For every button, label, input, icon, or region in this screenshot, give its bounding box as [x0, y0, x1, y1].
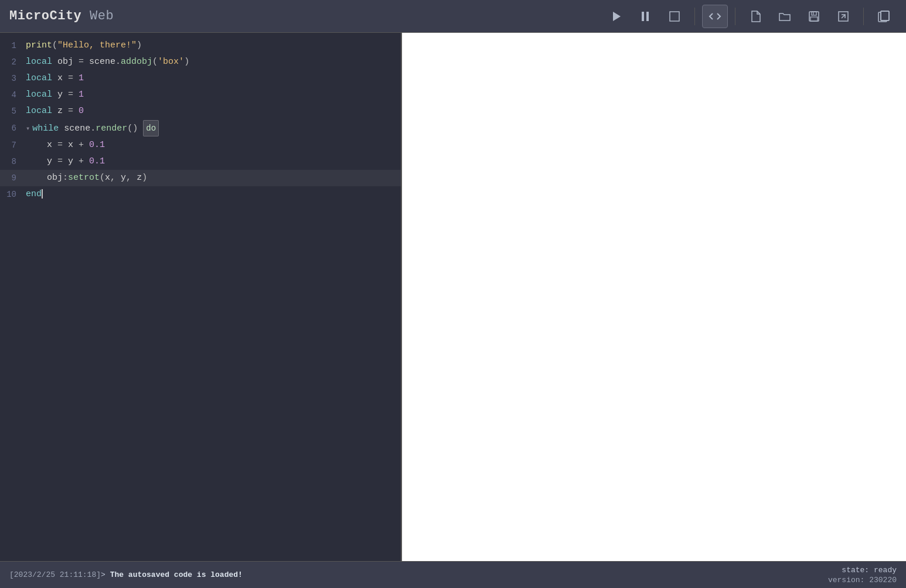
save-file-button[interactable]: [801, 5, 827, 28]
status-prompt: >: [101, 570, 110, 579]
editor-panel[interactable]: 1 print("Hello, there!") 2 local obj = s…: [0, 33, 402, 561]
status-state: state: ready: [842, 566, 897, 575]
line-number-9: 9: [0, 170, 23, 186]
code-line-4: 4 local y = 1: [0, 87, 401, 103]
svg-marker-0: [613, 12, 621, 21]
line-content-4: local y = 1: [23, 87, 401, 102]
line-number-3: 3: [0, 71, 23, 86]
new-file-button[interactable]: [742, 5, 768, 28]
line-number-4: 4: [0, 87, 23, 102]
code-line-8: 8 y = y + 0.1: [0, 153, 401, 170]
code-line-7: 7 x = x + 0.1: [0, 137, 401, 153]
run-button[interactable]: [603, 5, 629, 28]
statusbar: [2023/2/25 21:11:18]> The autosaved code…: [0, 561, 906, 588]
version-value: 230220: [869, 576, 897, 584]
line-content-8: y = y + 0.1: [23, 154, 401, 169]
multi-file-button[interactable]: [871, 5, 897, 28]
line-content-7: x = x + 0.1: [23, 138, 401, 153]
separator-3: [863, 8, 864, 25]
code-line-1: 1 print("Hello, there!"): [0, 37, 401, 54]
app-name-micro: Micro: [9, 9, 50, 23]
code-view-button[interactable]: [702, 5, 728, 28]
separator-1: [694, 8, 695, 25]
open-file-button[interactable]: [772, 5, 798, 28]
line-number-8: 8: [0, 154, 23, 169]
svg-rect-3: [670, 12, 679, 21]
main-area: 1 print("Hello, there!") 2 local obj = s…: [0, 33, 906, 561]
status-message: The autosaved code is loaded!: [110, 570, 243, 579]
app-title: MicroCity Web: [9, 9, 114, 23]
line-content-9: obj:setrot(x, y, z): [23, 170, 401, 186]
status-timestamp: [2023/2/25 21:11:18]: [9, 570, 101, 579]
line-content-6: ▾while scene.render() do: [23, 120, 401, 136]
toolbar: MicroCity Web: [0, 0, 906, 33]
line-content-3: local x = 1: [23, 71, 401, 86]
code-line-6: 6 ▾while scene.render() do: [0, 119, 401, 137]
separator-2: [735, 8, 735, 25]
code-area[interactable]: 1 print("Hello, there!") 2 local obj = s…: [0, 33, 401, 561]
code-line-3: 3 local x = 1: [0, 70, 401, 87]
code-line-5: 5 local z = 0: [0, 103, 401, 119]
line-number-6: 6: [0, 121, 23, 136]
line-number-1: 1: [0, 38, 23, 53]
app-name-city: City: [50, 9, 82, 23]
stop-button[interactable]: [662, 5, 687, 28]
state-value: ready: [874, 566, 897, 575]
line-content-2: local obj = scene.addobj('box'): [23, 54, 401, 70]
status-right: state: ready version: 230220: [828, 566, 897, 584]
code-line-9: 9 obj:setrot(x, y, z): [0, 170, 401, 186]
line-number-10: 10: [0, 187, 23, 202]
preview-panel: [402, 33, 906, 561]
line-number-2: 2: [0, 54, 23, 70]
svg-rect-1: [642, 12, 644, 21]
svg-line-8: [842, 15, 845, 18]
code-line-2: 2 local obj = scene.addobj('box'): [0, 54, 401, 70]
version-label: version:: [828, 576, 864, 584]
app-name-web: Web: [81, 9, 114, 23]
svg-rect-5: [812, 12, 816, 15]
pause-button[interactable]: [632, 5, 658, 28]
svg-rect-2: [646, 12, 649, 21]
line-content-10: end: [23, 187, 401, 202]
status-log: [2023/2/25 21:11:18]> The autosaved code…: [9, 570, 828, 579]
status-version: version: 230220: [828, 576, 897, 584]
line-number-7: 7: [0, 138, 23, 153]
svg-rect-6: [810, 17, 818, 21]
toolbar-controls: [603, 5, 897, 28]
line-content-1: print("Hello, there!"): [23, 38, 401, 53]
line-content-5: local z = 0: [23, 104, 401, 119]
svg-rect-10: [881, 11, 889, 20]
line-number-5: 5: [0, 104, 23, 119]
export-button[interactable]: [830, 5, 856, 28]
code-line-10: 10 end: [0, 186, 401, 203]
state-label: state:: [842, 566, 869, 575]
